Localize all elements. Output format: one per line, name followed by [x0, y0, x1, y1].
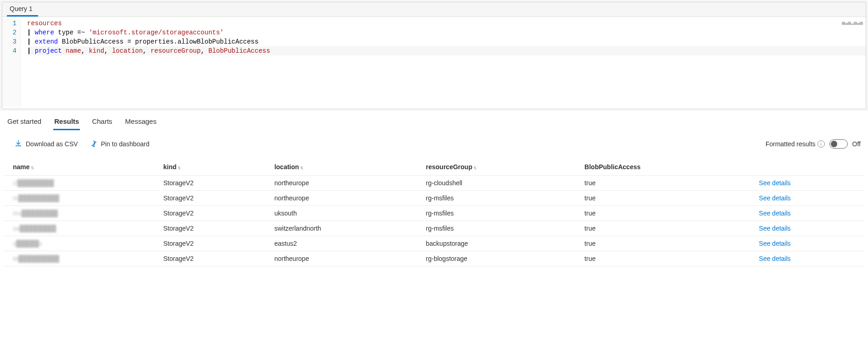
page-root: Query 1 1234 resources| where type =~ 'm…: [0, 0, 868, 337]
column-header-kind[interactable]: kind ↑↓: [154, 159, 265, 176]
sort-icon: ↑↓: [473, 165, 476, 170]
line-number: 3: [6, 37, 17, 46]
formatted-results-toggle[interactable]: [829, 139, 848, 149]
download-csv-label: Download as CSV: [26, 140, 78, 148]
tab-messages[interactable]: Messages: [124, 116, 157, 130]
editor-gutter: 1234: [2, 19, 21, 107]
cell-resourceGroup: rg-blogstorage: [417, 251, 576, 266]
table-row[interactable]: cl████████StorageV2northeuroperg-cloudsh…: [4, 176, 864, 191]
cell-blobPublicAccess: true: [575, 221, 750, 236]
cell-resourceGroup: rg-msfiles: [417, 206, 576, 221]
cell-blobPublicAccess: true: [575, 191, 750, 206]
cell-location: uksouth: [265, 206, 417, 221]
query-tab[interactable]: Query 1: [7, 2, 38, 17]
cell-resourceGroup: rg-msfiles: [417, 221, 576, 236]
cell-details: See details: [750, 236, 864, 251]
cell-details: See details: [750, 191, 864, 206]
cell-name: m█████████: [4, 191, 154, 206]
results-panel: Get startedResultsChartsMessages Downloa…: [0, 111, 868, 337]
column-header-name[interactable]: name ↑↓: [4, 159, 154, 176]
table-header-row: name ↑↓kind ↑↓location ↑↓resourceGroup ↑…: [4, 159, 864, 176]
see-details-link[interactable]: See details: [759, 210, 790, 217]
cell-resourceGroup: rg-msfiles: [417, 191, 576, 206]
cell-details: See details: [750, 176, 864, 191]
query-tab-bar: Query 1: [2, 2, 866, 17]
cell-details: See details: [750, 206, 864, 221]
cell-kind: StorageV2: [154, 206, 265, 221]
see-details-link[interactable]: See details: [759, 194, 790, 202]
see-details-link[interactable]: See details: [759, 240, 790, 247]
column-header-blobPublicAccess: BlobPublicAccess: [575, 159, 750, 176]
cell-kind: StorageV2: [154, 191, 265, 206]
line-number: 4: [6, 46, 17, 55]
see-details-link[interactable]: See details: [759, 179, 790, 187]
formatted-results-label: Formatted results: [766, 140, 816, 148]
cell-name: te█████████: [4, 251, 154, 266]
cell-name: ms████████: [4, 206, 154, 221]
cell-location: eastus2: [265, 236, 417, 251]
watermark: ▅▃▅▂▅▃▅: [842, 18, 863, 27]
table-row[interactable]: m█████████StorageV2northeuroperg-msfiles…: [4, 191, 864, 206]
tab-charts[interactable]: Charts: [91, 116, 113, 130]
cell-kind: StorageV2: [154, 221, 265, 236]
sort-icon: ↑↓: [177, 165, 179, 170]
cell-name: cl████████: [4, 176, 154, 191]
toggle-knob: [831, 141, 837, 147]
cell-location: switzerlandnorth: [265, 221, 417, 236]
cell-name: s█████s: [4, 236, 154, 251]
table-row[interactable]: sa████████StorageV2switzerlandnorthrg-ms…: [4, 221, 864, 236]
cell-kind: StorageV2: [154, 251, 265, 266]
column-header-details: [750, 159, 864, 176]
sort-icon: ↑↓: [300, 165, 302, 170]
tab-get-started[interactable]: Get started: [6, 116, 42, 130]
results-table: name ↑↓kind ↑↓location ↑↓resourceGroup ↑…: [4, 159, 864, 266]
table-row[interactable]: s█████sStorageV2eastus2backupstoragetrue…: [4, 236, 864, 251]
pin-dashboard-label: Pin to dashboard: [101, 140, 150, 148]
tab-results[interactable]: Results: [53, 116, 80, 130]
column-header-location[interactable]: location ↑↓: [265, 159, 417, 176]
cell-details: See details: [750, 221, 864, 236]
table-row[interactable]: te█████████StorageV2northeuroperg-blogst…: [4, 251, 864, 266]
cell-location: northeurope: [265, 176, 417, 191]
code-line[interactable]: | project name, kind, location, resource…: [27, 46, 866, 55]
table-body: cl████████StorageV2northeuroperg-cloudsh…: [4, 176, 864, 266]
code-line[interactable]: | extend BlobPublicAccess = properties.a…: [27, 37, 866, 46]
line-number: 1: [6, 19, 17, 28]
info-icon[interactable]: i: [818, 140, 825, 148]
see-details-link[interactable]: See details: [759, 225, 790, 232]
line-number: 2: [6, 28, 17, 37]
sort-icon: ↑↓: [31, 165, 33, 170]
pin-icon: [90, 140, 97, 149]
table-row[interactable]: ms████████StorageV2uksouthrg-msfilestrue…: [4, 206, 864, 221]
see-details-link[interactable]: See details: [759, 255, 790, 262]
code-line[interactable]: | where type =~ 'microsoft.storage/stora…: [27, 28, 866, 37]
toggle-state-label: Off: [852, 140, 861, 148]
cell-resourceGroup: backupstorage: [417, 236, 576, 251]
column-header-resourceGroup[interactable]: resourceGroup ↑↓: [417, 159, 576, 176]
download-icon: [15, 140, 22, 149]
code-line[interactable]: resources: [27, 19, 866, 28]
cell-blobPublicAccess: true: [575, 236, 750, 251]
cell-kind: StorageV2: [154, 176, 265, 191]
cell-location: northeurope: [265, 191, 417, 206]
editor-code[interactable]: resources| where type =~ 'microsoft.stor…: [21, 19, 866, 107]
cell-details: See details: [750, 251, 864, 266]
cell-blobPublicAccess: true: [575, 176, 750, 191]
code-editor[interactable]: 1234 resources| where type =~ 'microsoft…: [2, 17, 866, 109]
pin-dashboard-button[interactable]: Pin to dashboard: [90, 140, 150, 149]
cell-resourceGroup: rg-cloudshell: [417, 176, 576, 191]
cell-kind: StorageV2: [154, 236, 265, 251]
query-panel: Query 1 1234 resources| where type =~ 'm…: [2, 2, 866, 109]
result-tab-bar: Get startedResultsChartsMessages: [4, 111, 864, 130]
download-csv-button[interactable]: Download as CSV: [15, 140, 78, 149]
cell-name: sa████████: [4, 221, 154, 236]
results-toolbar: Download as CSV Pin to dashboard Formatt…: [4, 130, 864, 155]
cell-location: northeurope: [265, 251, 417, 266]
cell-blobPublicAccess: true: [575, 206, 750, 221]
cell-blobPublicAccess: true: [575, 251, 750, 266]
